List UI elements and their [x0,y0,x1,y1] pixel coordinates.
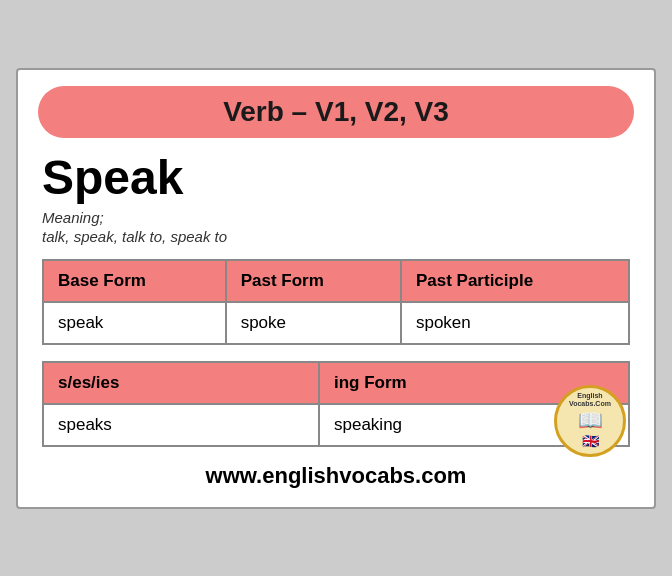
header-banner: Verb – V1, V2, V3 [38,86,634,138]
table-cell: spoken [401,302,629,344]
meaning-label: Meaning; [42,209,630,226]
logo-book-icon: 📖 [578,408,603,432]
col-base-form: Base Form [43,260,226,302]
card: Verb – V1, V2, V3 Speak Meaning; talk, s… [16,68,656,509]
table-cell: spoke [226,302,401,344]
table-row: speaksspeaking [43,404,629,446]
table-cell: speak [43,302,226,344]
table-row: speakspokespoken [43,302,629,344]
table-cell: speaks [43,404,319,446]
verb-forms-table: Base Form Past Form Past Participle spea… [42,259,630,345]
table2-wrap: s/es/ies ing Form speaksspeaking [42,361,630,447]
col-s-es-ies: s/es/ies [43,362,319,404]
table1-wrap: Base Form Past Form Past Participle spea… [42,259,630,345]
logo-text: EnglishVocabs.Com [569,392,611,407]
website-url: www.englishvocabs.com [18,463,654,489]
verb-forms-table2: s/es/ies ing Form speaksspeaking [42,361,630,447]
logo: EnglishVocabs.Com 📖 🇬🇧 [554,385,626,457]
col-past-form: Past Form [226,260,401,302]
logo-flag-icon: 🇬🇧 [582,433,599,449]
verb-title: Speak [42,150,630,205]
col-past-participle: Past Participle [401,260,629,302]
meaning-value: talk, speak, talk to, speak to [42,228,630,245]
header-title: Verb – V1, V2, V3 [223,96,449,127]
